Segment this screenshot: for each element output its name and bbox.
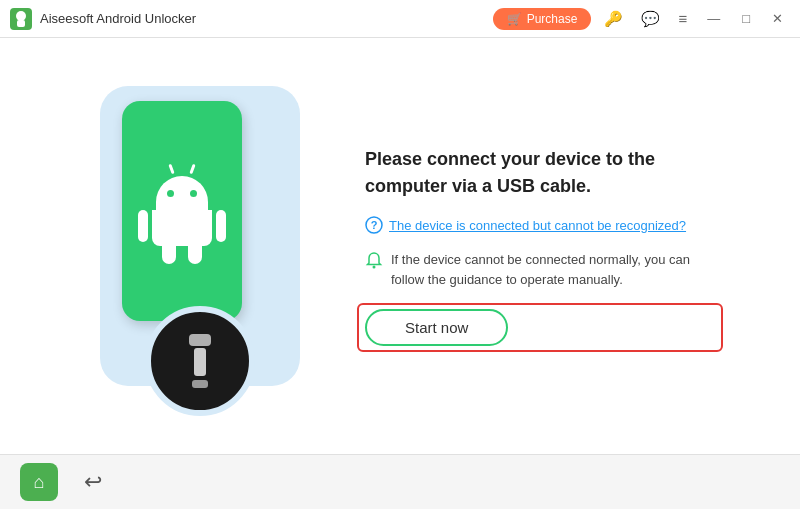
- usb-cable-plug: [189, 334, 211, 346]
- question-circle-icon: ?: [365, 216, 383, 234]
- menu-icon-button[interactable]: ≡: [673, 9, 692, 28]
- start-now-wrapper: Start now: [365, 309, 715, 346]
- phone-illustration: [85, 76, 315, 416]
- app-title: Aiseesoft Android Unlocker: [40, 11, 493, 26]
- main-heading: Please connect your device to the comput…: [365, 146, 715, 200]
- home-button[interactable]: ⌂: [20, 463, 58, 501]
- back-icon: ↩: [84, 469, 102, 495]
- bell-icon: [365, 251, 383, 269]
- robot-eye-left: [167, 190, 174, 197]
- usb-cable: [189, 334, 211, 388]
- link-row: ? The device is connected but cannot be …: [365, 216, 715, 234]
- back-button[interactable]: ↩: [74, 463, 112, 501]
- cart-icon: 🛒: [507, 12, 522, 26]
- robot-head: [156, 176, 208, 210]
- robot-antenna-right: [189, 164, 195, 174]
- phone-container: [100, 86, 300, 406]
- key-icon-button[interactable]: 🔑: [599, 9, 628, 28]
- phone-body: [122, 101, 242, 321]
- robot-antenna-left: [168, 164, 174, 174]
- title-bar-controls: 🛒 Purchase 🔑 💬 ≡ — □ ✕: [493, 8, 790, 30]
- android-robot: [147, 176, 217, 246]
- usb-cable-tip: [192, 380, 208, 388]
- usb-cable-shaft: [194, 348, 206, 376]
- minimize-button[interactable]: —: [700, 10, 727, 27]
- robot-eye-right: [190, 190, 197, 197]
- svg-point-5: [373, 266, 376, 269]
- right-content: Please connect your device to the comput…: [365, 146, 715, 346]
- bottom-bar: ⌂ ↩: [0, 454, 800, 509]
- start-now-button[interactable]: Start now: [365, 309, 508, 346]
- maximize-button[interactable]: □: [735, 10, 757, 27]
- robot-arm-left: [138, 210, 148, 242]
- svg-text:?: ?: [371, 219, 378, 231]
- robot-leg-left: [162, 244, 176, 264]
- info-text: If the device cannot be connected normal…: [391, 250, 715, 289]
- home-icon: ⌂: [34, 472, 45, 493]
- app-logo-icon: [10, 8, 32, 30]
- robot-arm-right: [216, 210, 226, 242]
- usb-connector-area: [145, 306, 255, 416]
- purchase-button[interactable]: 🛒 Purchase: [493, 8, 592, 30]
- main-content: Please connect your device to the comput…: [0, 38, 800, 454]
- device-link[interactable]: The device is connected but cannot be re…: [389, 218, 686, 233]
- close-button[interactable]: ✕: [765, 10, 790, 27]
- purchase-label: Purchase: [527, 12, 578, 26]
- svg-point-1: [16, 11, 26, 21]
- robot-body: [152, 210, 212, 246]
- chat-icon-button[interactable]: 💬: [636, 9, 665, 28]
- svg-rect-2: [17, 20, 25, 27]
- robot-leg-right: [188, 244, 202, 264]
- title-bar: Aiseesoft Android Unlocker 🛒 Purchase 🔑 …: [0, 0, 800, 38]
- info-row: If the device cannot be connected normal…: [365, 250, 715, 289]
